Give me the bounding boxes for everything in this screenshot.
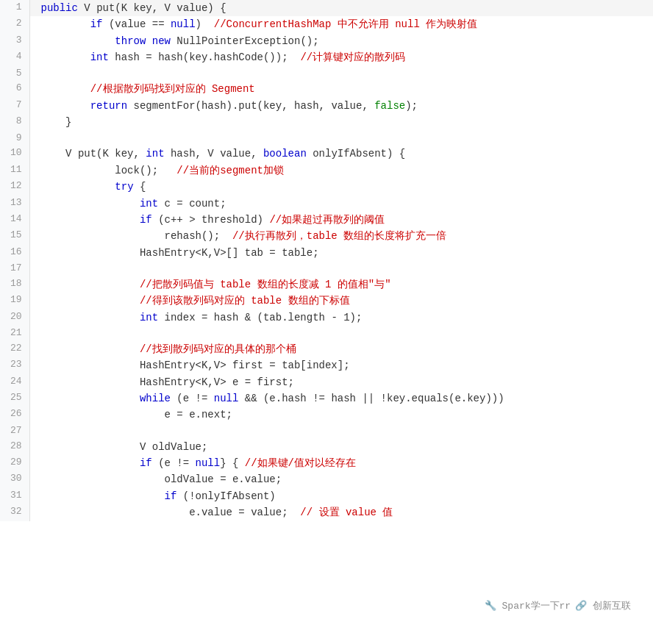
code-line: HashEntry<K,V> first = tab[index];	[29, 357, 653, 373]
code-line: V oldValue;	[29, 439, 653, 455]
watermark-brand: 🔗 创新互联	[575, 599, 631, 615]
table-row: 21	[0, 326, 653, 341]
code-line: try {	[29, 179, 653, 195]
line-number: 3	[0, 33, 29, 49]
code-line: int c = count;	[29, 196, 653, 212]
code-line: //根据散列码找到对应的 Segment	[29, 81, 653, 97]
code-line: lock(); //当前的segment加锁	[29, 162, 653, 179]
table-row: 20 int index = hash & (tab.length - 1);	[0, 310, 653, 326]
table-row: 9	[0, 131, 653, 146]
table-row: 15 rehash(); //执行再散列，table 数组的长度将扩充一倍	[0, 228, 653, 244]
line-number: 17	[0, 261, 29, 276]
code-line: int hash = hash(key.hashCode()); //计算键对应…	[29, 49, 653, 65]
table-row: 26 e = e.next;	[0, 407, 653, 423]
table-row: 4 int hash = hash(key.hashCode()); //计算键…	[0, 49, 653, 65]
code-line	[29, 261, 653, 276]
table-row: 16 HashEntry<K,V>[] tab = table;	[0, 245, 653, 261]
line-number: 11	[0, 162, 29, 179]
line-number: 31	[0, 488, 29, 504]
line-number: 18	[0, 276, 29, 293]
table-row: 28 V oldValue;	[0, 439, 653, 455]
line-number: 20	[0, 310, 29, 326]
line-number: 15	[0, 228, 29, 244]
table-row: 8 }	[0, 114, 653, 130]
code-table: 1public V put(K key, V value) {2 if (val…	[0, 0, 653, 521]
code-line: oldValue = e.value;	[29, 471, 653, 487]
line-number: 24	[0, 374, 29, 390]
table-row: 3 throw new NullPointerException();	[0, 33, 653, 49]
table-row: 7 return segmentFor(hash).put(key, hash,…	[0, 98, 653, 114]
table-row: 17	[0, 261, 653, 276]
line-number: 13	[0, 196, 29, 212]
line-number: 19	[0, 293, 29, 309]
code-line: while (e != null && (e.hash != hash || !…	[29, 390, 653, 407]
code-line: return segmentFor(hash).put(key, hash, v…	[29, 98, 653, 114]
line-number: 2	[0, 16, 29, 32]
code-line	[29, 326, 653, 341]
table-row: 29 if (e != null} { //如果键/值对以经存在	[0, 455, 653, 471]
code-line	[29, 131, 653, 146]
code-line: //找到散列码对应的具体的那个桶	[29, 341, 653, 357]
line-number: 12	[0, 179, 29, 195]
table-row: 12 try {	[0, 179, 653, 195]
line-number: 7	[0, 98, 29, 114]
line-number: 30	[0, 471, 29, 487]
code-line: }	[29, 114, 653, 130]
table-row: 22 //找到散列码对应的具体的那个桶	[0, 341, 653, 357]
code-line: if (!onlyIfAbsent)	[29, 488, 653, 504]
table-row: 11 lock(); //当前的segment加锁	[0, 162, 653, 179]
table-row: 31 if (!onlyIfAbsent)	[0, 488, 653, 504]
line-number: 1	[0, 0, 29, 16]
code-line: if (value == null) //ConcurrentHashMap 中…	[29, 16, 653, 32]
table-row: 2 if (value == null) //ConcurrentHashMap…	[0, 16, 653, 32]
line-number: 10	[0, 146, 29, 162]
line-number: 21	[0, 326, 29, 341]
table-row: 30 oldValue = e.value;	[0, 471, 653, 487]
line-number: 6	[0, 81, 29, 97]
code-line: int index = hash & (tab.length - 1);	[29, 310, 653, 326]
code-line: HashEntry<K,V>[] tab = table;	[29, 245, 653, 261]
line-number: 26	[0, 407, 29, 423]
table-row: 27	[0, 423, 653, 439]
code-line: throw new NullPointerException();	[29, 33, 653, 49]
code-line: if (c++ > threshold) //如果超过再散列的阈值	[29, 212, 653, 228]
table-row: 10 V put(K key, int hash, V value, boole…	[0, 146, 653, 162]
table-row: 14 if (c++ > threshold) //如果超过再散列的阈值	[0, 212, 653, 228]
code-line: //把散列码值与 table 数组的长度减 1 的值相"与"	[29, 276, 653, 293]
code-line: public V put(K key, V value) {	[29, 0, 653, 16]
code-line: rehash(); //执行再散列，table 数组的长度将扩充一倍	[29, 228, 653, 244]
table-row: 32 e.value = value; // 设置 value 值	[0, 504, 653, 520]
table-row: 25 while (e != null && (e.hash != hash |…	[0, 390, 653, 407]
line-number: 25	[0, 390, 29, 407]
line-number: 5	[0, 66, 29, 82]
table-row: 13 int c = count;	[0, 196, 653, 212]
code-line: e.value = value; // 设置 value 值	[29, 504, 653, 520]
table-row: 6 //根据散列码找到对应的 Segment	[0, 81, 653, 97]
code-line: HashEntry<K,V> e = first;	[29, 374, 653, 390]
watermark-spark: 🔧 Spark学一下rr	[485, 599, 571, 615]
line-number: 29	[0, 455, 29, 471]
line-number: 4	[0, 49, 29, 65]
line-number: 22	[0, 341, 29, 357]
code-line: //得到该散列码对应的 table 数组的下标值	[29, 293, 653, 309]
line-number: 32	[0, 504, 29, 520]
code-line	[29, 423, 653, 439]
line-number: 27	[0, 423, 29, 439]
line-number: 9	[0, 131, 29, 146]
code-container: 1public V put(K key, V value) {2 if (val…	[0, 0, 653, 644]
table-row: 23 HashEntry<K,V> first = tab[index];	[0, 357, 653, 373]
table-row: 19 //得到该散列码对应的 table 数组的下标值	[0, 293, 653, 309]
line-number: 14	[0, 212, 29, 228]
line-number: 23	[0, 357, 29, 373]
line-number: 28	[0, 439, 29, 455]
watermark: 🔧 Spark学一下rr 🔗 创新互联	[485, 599, 631, 615]
table-row: 1public V put(K key, V value) {	[0, 0, 653, 16]
code-line: e = e.next;	[29, 407, 653, 423]
line-number: 8	[0, 114, 29, 130]
code-line: V put(K key, int hash, V value, boolean …	[29, 146, 653, 162]
table-row: 24 HashEntry<K,V> e = first;	[0, 374, 653, 390]
code-line: if (e != null} { //如果键/值对以经存在	[29, 455, 653, 471]
line-number: 16	[0, 245, 29, 261]
table-row: 5	[0, 66, 653, 82]
code-line	[29, 66, 653, 82]
